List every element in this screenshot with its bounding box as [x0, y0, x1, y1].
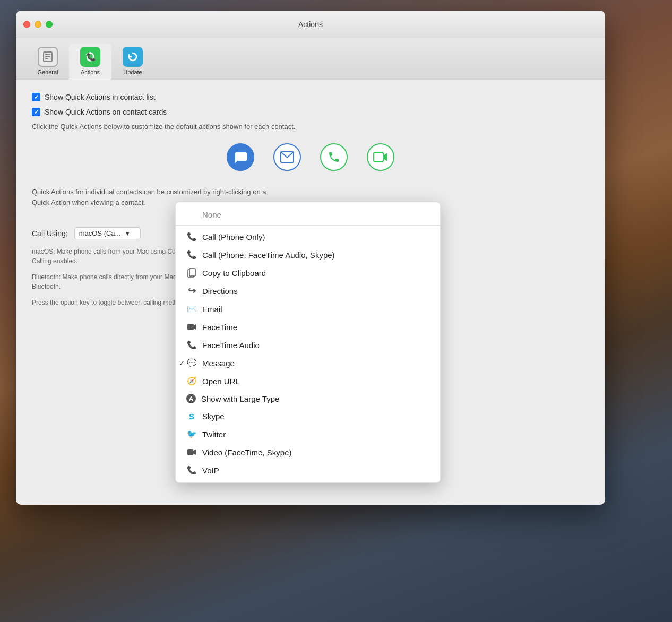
description-text: Click the Quick Actions below to customi… [32, 123, 589, 131]
call-using-label: Call Using: [32, 229, 68, 238]
actions-icon: 📞 [80, 47, 100, 67]
qa-message-button[interactable] [227, 143, 254, 171]
large-type-icon: A [186, 394, 196, 403]
menu-item-directions[interactable]: ↪ Directions [176, 282, 440, 300]
tab-general[interactable]: General [27, 44, 69, 80]
svg-text:📞: 📞 [87, 53, 96, 62]
window-title: Actions [298, 20, 323, 29]
svg-rect-16 [187, 449, 193, 455]
qa-email-button[interactable] [273, 143, 301, 171]
quick-actions-row [32, 143, 589, 171]
menu-item-email-label: Email [202, 305, 222, 314]
menu-item-twitter-label: Twitter [202, 430, 226, 439]
svg-rect-1 [45, 54, 50, 55]
facetime-icon [186, 322, 197, 332]
menu-item-message[interactable]: ✓ 💬 Message [176, 354, 440, 372]
menu-item-facetime-label: FaceTime [202, 323, 237, 332]
svg-marker-15 [194, 324, 196, 330]
menu-item-email[interactable]: ✉️ Email [176, 300, 440, 318]
message-icon: 💬 [186, 358, 197, 368]
update-icon [123, 47, 143, 67]
svg-point-8 [126, 50, 140, 64]
qa-video-button[interactable] [367, 143, 394, 171]
menu-item-video-label: Video (FaceTime, Skype) [202, 448, 291, 457]
menu-item-message-label: Message [202, 359, 235, 368]
tab-general-label: General [37, 69, 58, 75]
close-button[interactable] [23, 21, 30, 28]
call-using-select[interactable]: macOS (Ca... ▾ [74, 227, 141, 239]
svg-rect-14 [187, 324, 194, 330]
svg-marker-17 [193, 450, 196, 455]
url-icon: 🧭 [186, 376, 197, 386]
checkbox-show-on-cards-label: Show Quick Actions on contact cards [45, 108, 167, 116]
svg-rect-13 [189, 269, 195, 276]
checkbox-row-cards: Show Quick Actions on contact cards [32, 108, 589, 116]
menu-item-none[interactable]: None [176, 205, 440, 226]
menu-item-facetime-audio[interactable]: 📞 FaceTime Audio [176, 336, 440, 354]
menu-item-skype-label: Skype [202, 412, 225, 421]
chevron-down-icon: ▾ [126, 229, 130, 237]
tab-actions-label: Actions [81, 69, 100, 75]
none-icon [186, 209, 197, 220]
directions-icon: ↪ [186, 286, 197, 296]
svg-rect-2 [45, 56, 50, 57]
menu-item-video[interactable]: Video (FaceTime, Skype) [176, 443, 440, 461]
menu-item-show-large[interactable]: A Show with Large Type [176, 390, 440, 407]
menu-item-twitter[interactable]: 🐦 Twitter [176, 425, 440, 443]
tab-update[interactable]: Update [111, 44, 154, 80]
checkbox-show-in-list-label: Show Quick Actions in contact list [45, 93, 156, 101]
facetime-audio-icon: 📞 [186, 340, 197, 350]
call-using-value: macOS (Ca [79, 229, 115, 237]
qa-phone-button[interactable] [320, 143, 348, 171]
menu-item-copy-label: Copy to Clipboard [202, 269, 266, 278]
menu-item-show-large-label: Show with Large Type [201, 394, 279, 403]
dropdown-menu: None 📞 Call (Phone Only) 📞 Call (Phone, … [175, 202, 441, 483]
menu-item-copy[interactable]: Copy to Clipboard [176, 264, 440, 282]
voip-icon: 📞 [186, 465, 197, 476]
svg-rect-3 [45, 58, 48, 59]
menu-item-directions-label: Directions [202, 287, 238, 296]
menu-item-open-url[interactable]: 🧭 Open URL [176, 372, 440, 390]
general-icon [38, 47, 58, 67]
menu-item-voip[interactable]: 📞 VoIP [176, 461, 440, 479]
menu-item-facetime[interactable]: FaceTime [176, 318, 440, 336]
email-icon: ✉️ [186, 304, 197, 314]
menu-item-call-facetime-label: Call (Phone, FaceTime Audio, Skype) [202, 250, 335, 260]
checkbox-show-on-cards[interactable] [32, 108, 40, 116]
copy-icon [186, 267, 197, 278]
phone2-icon: 📞 [186, 249, 197, 260]
toolbar: General 📞 Actions [16, 38, 605, 80]
menu-item-skype[interactable]: S Skype [176, 407, 440, 425]
checkbox-show-in-list[interactable] [32, 93, 40, 101]
menu-item-voip-label: VoIP [202, 466, 219, 475]
check-mark: ✓ [179, 359, 185, 367]
tab-update-label: Update [123, 69, 142, 75]
minimize-button[interactable] [35, 21, 41, 28]
video-icon [186, 447, 197, 457]
menu-item-call-phone[interactable]: 📞 Call (Phone Only) [176, 228, 440, 246]
maximize-button[interactable] [46, 21, 53, 28]
phone-icon: 📞 [186, 231, 197, 242]
svg-marker-11 [383, 153, 387, 161]
menu-item-call-phone-label: Call (Phone Only) [202, 232, 265, 241]
twitter-icon: 🐦 [186, 429, 197, 439]
titlebar: Actions [16, 11, 605, 38]
checkbox-row-list: Show Quick Actions in contact list [32, 93, 589, 101]
skype-icon: S [186, 411, 197, 421]
menu-item-open-url-label: Open URL [202, 377, 240, 386]
menu-item-call-facetime[interactable]: 📞 Call (Phone, FaceTime Audio, Skype) [176, 246, 440, 264]
svg-rect-10 [374, 152, 383, 162]
traffic-lights [23, 21, 53, 28]
menu-item-none-label: None [202, 210, 221, 219]
menu-item-facetime-audio-label: FaceTime Audio [202, 341, 260, 350]
tab-actions[interactable]: 📞 Actions [69, 44, 111, 80]
